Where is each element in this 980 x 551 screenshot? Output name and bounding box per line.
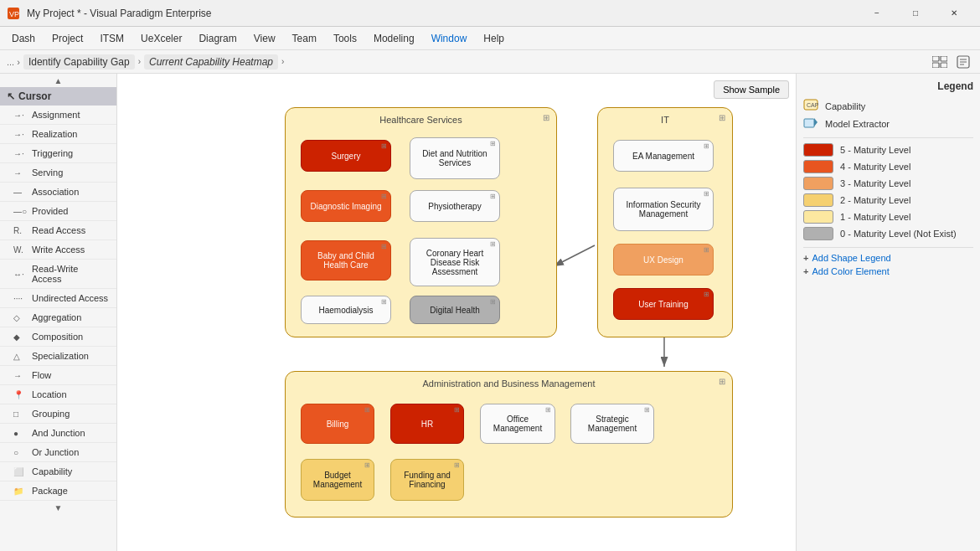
office-box[interactable]: Office Management ⊞ — [480, 404, 555, 444]
sidebar-scroll-up[interactable]: ▲ — [0, 74, 116, 87]
sidebar-cursor-section[interactable]: ↖ Cursor — [0, 87, 116, 106]
flow-icon: → — [13, 371, 27, 380]
sidebar-item-triggering[interactable]: →· Triggering — [0, 144, 116, 163]
funding-box[interactable]: Funding and Financing ⊞ — [390, 459, 464, 501]
infosec-box[interactable]: Information Security Management ⊞ — [613, 188, 714, 231]
menu-dash[interactable]: Dash — [3, 29, 44, 48]
breadcrumb-icon-1[interactable] — [930, 52, 950, 72]
write-access-icon: W. — [13, 245, 27, 255]
coronary-box[interactable]: Coronary Heart Disease Risk Assessment ⊞ — [410, 238, 500, 286]
sidebar-item-or-junction[interactable]: ○ Or Junction — [0, 443, 116, 462]
menu-team[interactable]: Team — [284, 29, 325, 48]
legend-capability-icon: CAP — [803, 99, 818, 113]
healthcare-container[interactable]: Healthcare Services ⊞ Surgery ⊞ Diet and… — [285, 107, 557, 337]
sidebar-item-assignment[interactable]: →· Assignment — [0, 106, 116, 125]
admin-container[interactable]: Administration and Business Management ⊞… — [285, 371, 733, 518]
sidebar-item-composition[interactable]: ◆ Composition — [0, 327, 116, 347]
window-controls: − □ ✕ — [858, 0, 973, 27]
sidebar-item-provided[interactable]: —○ Provided — [0, 202, 116, 221]
admin-title: Administration and Business Management — [422, 378, 595, 389]
legend-label-4: 4 - Maturity Level — [840, 162, 910, 172]
diagnostic-cap-icon: ⊞ — [381, 193, 387, 200]
sidebar-item-package[interactable]: 📁 Package — [0, 481, 116, 501]
physio-cap-icon: ⊞ — [490, 193, 496, 200]
realization-icon: →· — [13, 130, 27, 139]
add-color-element-button[interactable]: + Add Color Element — [803, 266, 973, 276]
breadcrumb-identify[interactable]: Identify Capability Gap — [23, 54, 135, 70]
minimize-button[interactable]: − — [858, 0, 896, 27]
menu-bar: Dash Project ITSM UeXceler Diagram View … — [0, 27, 980, 50]
sidebar-item-read-access[interactable]: R. Read Access — [0, 221, 116, 240]
it-icon: ⊞ — [719, 113, 725, 122]
menu-modeling[interactable]: Modeling — [365, 29, 423, 48]
menu-window[interactable]: Window — [423, 29, 476, 48]
physio-box[interactable]: Physiotherapy ⊞ — [410, 190, 500, 222]
menu-uexceler[interactable]: UeXceler — [132, 29, 190, 48]
canvas-area[interactable]: Show Sample Heal — [117, 74, 796, 551]
svg-rect-2 — [932, 56, 939, 61]
menu-help[interactable]: Help — [475, 29, 513, 48]
ux-box[interactable]: UX Design ⊞ — [613, 244, 714, 276]
diet-box[interactable]: Diet and Nutrition Services ⊞ — [410, 137, 500, 179]
ux-cap-icon: ⊞ — [704, 246, 709, 254]
sidebar-item-specialization[interactable]: △ Specialization — [0, 347, 116, 366]
menu-project[interactable]: Project — [44, 29, 91, 48]
or-junction-icon: ○ — [13, 448, 27, 457]
composition-icon: ◆ — [13, 332, 27, 342]
sidebar-item-flow[interactable]: → Flow — [0, 366, 116, 385]
budget-box[interactable]: Budget Management ⊞ — [301, 459, 374, 501]
location-icon: 📍 — [13, 390, 27, 399]
haemo-box[interactable]: Haemodialysis ⊞ — [301, 296, 391, 324]
ea-box[interactable]: EA Management ⊞ — [613, 140, 714, 172]
diagnostic-box[interactable]: Diagnostic Imaging ⊞ — [301, 190, 391, 222]
menu-diagram[interactable]: Diagram — [190, 29, 245, 48]
sidebar-item-capability[interactable]: ⬜ Capability — [0, 462, 116, 481]
sidebar-label-triggering: Triggering — [32, 148, 73, 158]
sidebar-item-read-write-access[interactable]: ↔· Read-Write Access — [0, 260, 116, 289]
sidebar-label-composition: Composition — [32, 332, 83, 342]
window-title: My Project * - Visual Paradigm Enterpris… — [27, 8, 858, 19]
association-icon: — — [13, 188, 27, 197]
strategic-box[interactable]: Strategic Management ⊞ — [570, 404, 654, 444]
add-shape-legend-button[interactable]: + Add Shape Legend — [803, 253, 973, 263]
sidebar-label-location: Location — [32, 389, 67, 399]
sidebar-item-location[interactable]: 📍 Location — [0, 385, 116, 404]
it-container[interactable]: IT ⊞ EA Management ⊞ Information Securit… — [597, 107, 733, 337]
billing-box[interactable]: Billing ⊞ — [301, 404, 374, 444]
sidebar-scroll-down[interactable]: ▼ — [0, 501, 116, 514]
sidebar-label-undirected: Undirected Access — [32, 293, 108, 303]
menu-view[interactable]: View — [245, 29, 284, 48]
sidebar-item-and-junction[interactable]: ● And Junction — [0, 424, 116, 443]
maximize-button[interactable]: □ — [896, 0, 935, 27]
healthcare-icon: ⊞ — [543, 113, 549, 122]
sidebar-item-realization[interactable]: →· Realization — [0, 125, 116, 144]
sidebar-item-undirected-access[interactable]: ···· Undirected Access — [0, 289, 116, 308]
legend-color-3 — [803, 177, 833, 190]
legend-color-section: 5 - Maturity Level 4 - Maturity Level 3 … — [803, 143, 973, 240]
sidebar-item-aggregation[interactable]: ◇ Aggregation — [0, 308, 116, 327]
coronary-cap-icon: ⊞ — [490, 240, 496, 248]
usertraining-box[interactable]: User Training ⊞ — [613, 288, 714, 320]
office-cap-icon: ⊞ — [545, 406, 551, 414]
triggering-icon: →· — [13, 149, 27, 158]
digital-box[interactable]: Digital Health ⊞ — [410, 296, 500, 324]
svg-rect-4 — [932, 63, 939, 68]
breadcrumb-icon-2[interactable] — [953, 52, 973, 72]
main-area: ▲ ↖ Cursor →· Assignment →· Realization … — [0, 74, 980, 551]
sidebar-label-grouping: Grouping — [32, 409, 70, 419]
sidebar-item-serving[interactable]: → Serving — [0, 163, 116, 183]
sidebar-item-association[interactable]: — Association — [0, 183, 116, 202]
breadcrumb-current[interactable]: Current Capability Heatmap — [144, 54, 278, 70]
sidebar-item-grouping[interactable]: □ Grouping — [0, 404, 116, 424]
close-button[interactable]: ✕ — [935, 0, 973, 27]
breadcrumb-nav[interactable]: ... › — [7, 57, 20, 67]
sidebar-item-write-access[interactable]: W. Write Access — [0, 240, 116, 260]
hr-box[interactable]: HR ⊞ — [390, 404, 464, 444]
it-title: IT — [661, 115, 669, 125]
svg-rect-16 — [804, 119, 814, 127]
baby-box[interactable]: Baby and Child Health Care ⊞ — [301, 240, 391, 281]
surgery-box[interactable]: Surgery ⊞ — [301, 140, 391, 172]
menu-itsm[interactable]: ITSM — [91, 29, 132, 48]
menu-tools[interactable]: Tools — [325, 29, 365, 48]
legend-maturity-3: 3 - Maturity Level — [803, 177, 973, 190]
